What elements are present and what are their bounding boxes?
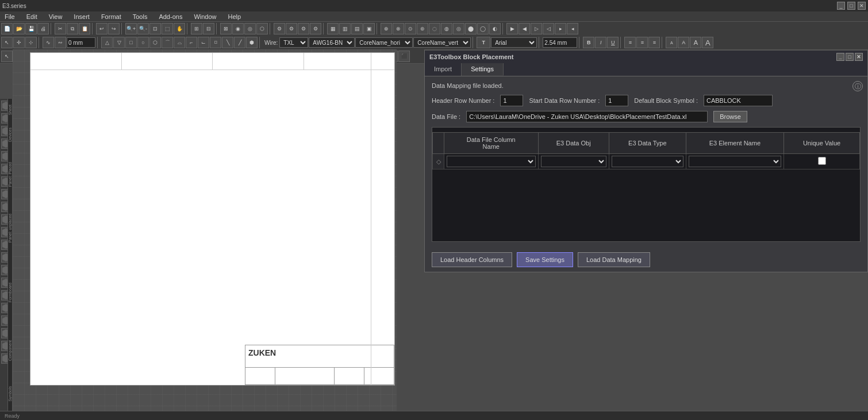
misc-7[interactable]: ◎ [453, 23, 464, 34]
menu-edit[interactable]: Edit [24, 13, 40, 20]
zoom-window-button[interactable]: ⬚ [162, 23, 173, 34]
misc-6[interactable]: ◍ [441, 23, 452, 34]
more-tools-3[interactable]: ◎ [244, 23, 256, 34]
info-icon[interactable]: ⓘ [852, 81, 863, 91]
col-name-cell[interactable] [444, 154, 539, 169]
load-data-mapping-button[interactable]: Load Data Mapping [578, 252, 650, 267]
action-6[interactable]: ◂ [567, 23, 578, 34]
align-left[interactable]: ≡ [624, 37, 636, 48]
maximize-button[interactable]: □ [847, 2, 855, 10]
font-dropdown[interactable]: Arial [491, 37, 537, 48]
bold-button[interactable]: B [583, 37, 594, 48]
view-3[interactable]: ▤ [351, 23, 363, 34]
col-name-dropdown[interactable] [447, 156, 536, 167]
shape-10[interactable]: ⌑ [210, 37, 221, 48]
shape-5[interactable]: ⬡ [149, 37, 161, 48]
draw-tool-4[interactable]: ∿ [43, 37, 54, 48]
misc-9[interactable]: ◯ [477, 23, 489, 34]
e3-element-name-dropdown[interactable] [689, 156, 781, 167]
menu-insert[interactable]: Insert [71, 13, 92, 20]
browse-button[interactable]: Browse [713, 111, 747, 122]
text-size-2[interactable]: A [678, 37, 689, 48]
draw-tool-1[interactable]: ↖ [1, 37, 13, 48]
header-row-input[interactable] [500, 95, 523, 106]
shape-9[interactable]: ⌙ [198, 37, 209, 48]
settings-2[interactable]: ⚙ [286, 23, 297, 34]
e3-data-obj-dropdown[interactable] [541, 156, 606, 167]
save-settings-button[interactable]: Save Settings [517, 252, 573, 267]
print-button[interactable]: 🖨 [37, 23, 49, 34]
view-2[interactable]: ▥ [339, 23, 351, 34]
action-4[interactable]: ◁ [543, 23, 554, 34]
shape-7[interactable]: ⌓ [174, 37, 185, 48]
shape-2[interactable]: ▽ [113, 37, 125, 48]
shape-6[interactable]: ⌒ [162, 37, 173, 48]
gauge-dropdown[interactable]: AWG16-BN [309, 37, 355, 48]
shape-1[interactable]: △ [101, 37, 113, 48]
menu-file[interactable]: File [2, 13, 17, 20]
save-button[interactable]: 💾 [25, 23, 37, 34]
copy-button[interactable]: ⧉ [67, 23, 78, 34]
tab-settings[interactable]: Settings [462, 63, 504, 76]
minimize-button[interactable]: _ [837, 2, 845, 10]
menu-tools[interactable]: Tools [130, 13, 150, 20]
unique-value-checkbox[interactable] [818, 157, 826, 165]
shape-8[interactable]: ⌐ [186, 37, 197, 48]
zoom-in-button[interactable]: 🔍+ [125, 23, 137, 34]
text-size-4[interactable]: A [702, 37, 713, 48]
more-tools-4[interactable]: ⬡ [256, 23, 268, 34]
load-header-columns-button[interactable]: Load Header Columns [432, 252, 512, 267]
undo-button[interactable]: ↩ [96, 23, 107, 34]
close-button[interactable]: ✕ [858, 2, 866, 10]
snap-button[interactable]: ⊟ [203, 23, 214, 34]
redo-button[interactable]: ↪ [108, 23, 120, 34]
dialog-close-button[interactable]: ✕ [855, 53, 863, 61]
more-tools-2[interactable]: ◉ [232, 23, 244, 34]
italic-button[interactable]: I [595, 37, 606, 48]
action-2[interactable]: ◀ [519, 23, 530, 34]
shape-4[interactable]: ○ [137, 37, 149, 48]
shape-13[interactable]: ⬢ [246, 37, 258, 48]
misc-2[interactable]: ⊗ [393, 23, 404, 34]
align-center[interactable]: ≡ [636, 37, 648, 48]
dialog-title-btns[interactable]: _ □ ✕ [836, 53, 863, 61]
default-block-input[interactable] [704, 95, 773, 106]
new-button[interactable]: 📄 [1, 23, 13, 34]
draw-tool-5[interactable]: ∾ [55, 37, 66, 48]
misc-5[interactable]: ◌ [429, 23, 440, 34]
underline-button[interactable]: U [607, 37, 619, 48]
pan-button[interactable]: ✋ [174, 23, 185, 34]
misc-8[interactable]: ⬤ [465, 23, 477, 34]
misc-3[interactable]: ⊙ [405, 23, 416, 34]
misc-4[interactable]: ⊚ [417, 23, 428, 34]
action-5[interactable]: ▸ [555, 23, 566, 34]
action-3[interactable]: ▷ [531, 23, 542, 34]
action-1[interactable]: ▶ [506, 23, 518, 34]
e3-data-type-dropdown[interactable] [612, 156, 683, 167]
menu-view[interactable]: View [47, 13, 65, 20]
zoom-fit-button[interactable]: ⊡ [149, 23, 161, 34]
draw-tool-3[interactable]: ⊹ [25, 37, 37, 48]
shape-12[interactable]: ╱ [234, 37, 245, 48]
e3-data-type-cell[interactable] [609, 154, 686, 169]
text-size-1[interactable]: A [666, 37, 677, 48]
core-name-v-dropdown[interactable]: CoreName_vert [413, 37, 471, 48]
settings-1[interactable]: ⚙ [274, 23, 285, 34]
draw-tool-2[interactable]: ✢ [13, 37, 25, 48]
dialog-maximize-button[interactable]: □ [846, 53, 854, 61]
core-name-h-dropdown[interactable]: CoreName_hori [355, 37, 413, 48]
open-button[interactable]: 📂 [13, 23, 25, 34]
dialog-minimize-button[interactable]: _ [836, 53, 844, 61]
e3-element-name-cell[interactable] [686, 154, 783, 169]
text-size-3[interactable]: A [690, 37, 701, 48]
menu-help[interactable]: Help [226, 13, 244, 20]
menu-format[interactable]: Format [99, 13, 124, 20]
align-right[interactable]: ≡ [648, 37, 660, 48]
menu-window[interactable]: Window [191, 13, 218, 20]
font-size-input[interactable] [543, 37, 577, 48]
grid-button[interactable]: ⊞ [191, 23, 202, 34]
wire-type-dropdown[interactable]: TXL [279, 37, 308, 48]
settings-3[interactable]: ⚙ [298, 23, 309, 34]
view-1[interactable]: ▦ [327, 23, 339, 34]
paste-button[interactable]: 📋 [79, 23, 90, 34]
